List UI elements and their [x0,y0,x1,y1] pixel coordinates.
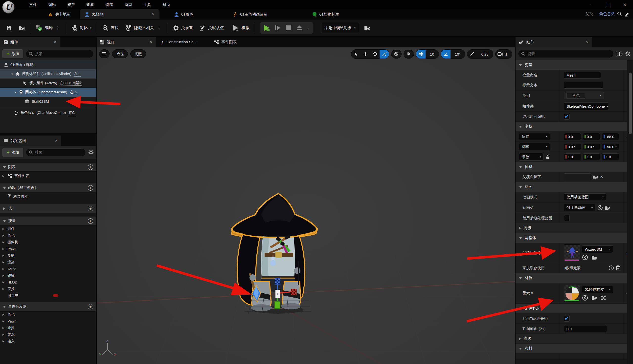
variable-group[interactable]: ▶复制 [0,252,96,259]
surface-snap-button[interactable] [403,50,414,58]
display-filter-icon[interactable] [617,52,622,56]
maximize-button[interactable]: ❐ [600,0,617,10]
variable-group[interactable]: ▶碰撞 [0,272,96,279]
tab-monster-material[interactable]: ✓x 01怪物材质 [307,10,344,19]
settings-gear-icon[interactable] [625,51,630,56]
location-y-input[interactable]: 0.0 [583,133,600,140]
parent-class-link[interactable]: 角色总类 [599,11,615,16]
section-mesh[interactable]: 网格体 [516,233,633,243]
section-cloth[interactable]: 布料 [516,344,633,354]
postprocess-checkbox[interactable] [564,215,570,221]
location-x-input[interactable]: 0.0 [564,133,581,140]
anim-class-dropdown[interactable]: 01主角动画▾ [564,204,595,212]
rotate-tool-button[interactable] [370,50,379,58]
variable-group[interactable]: ▶HLOD [0,279,96,286]
construction-script-tab[interactable]: ƒ Construction Sc... [156,36,201,48]
tree-item-staff[interactable]: Staff02SM [0,97,96,106]
browse-icon[interactable] [605,206,610,210]
use-selected-icon[interactable] [582,295,588,301]
use-selected-icon[interactable] [597,205,603,210]
variable-attacking[interactable]: 攻击中 [0,292,96,299]
variable-group[interactable]: ▶Actor [0,266,96,272]
select-tool-button[interactable] [351,50,361,58]
menu-tools[interactable]: 工具 [138,0,157,10]
location-dropdown[interactable]: 位置▾ [519,133,550,140]
rotation-snap-toggle[interactable] [441,50,451,58]
panel-close-icon[interactable]: ✕ [586,40,589,44]
variable-name-input[interactable]: Mesh [564,72,601,78]
lit-mode-button[interactable]: 光照 [130,50,146,58]
menu-help[interactable]: 帮助 [157,0,176,10]
scale-snap-toggle[interactable] [467,50,477,58]
blueprint-search-input[interactable]: 搜索 [26,148,86,156]
tree-item-charmove[interactable]: 角色移动 (CharMoveComp) 在C- [0,108,96,117]
component-class-dropdown[interactable]: SkeletalMeshCompone▾ [564,102,609,110]
play-options-dots[interactable]: ⋮ [305,23,312,33]
variable-group[interactable]: ▶摄像机 [0,239,96,246]
delete-array-icon[interactable] [616,266,620,270]
dispatcher-group[interactable]: ▶Pawn [0,318,96,324]
rotation-dropdown[interactable]: 旋转▾ [519,143,550,150]
skeletal-mesh-dropdown[interactable]: WizardSM▾ [582,246,613,253]
world-local-gizmo-button[interactable] [391,50,401,58]
dispatcher-group[interactable]: ▶角色 [0,311,96,318]
grid-snap-value[interactable]: 10 [426,50,439,58]
details-panel-tab[interactable]: 细节 ✕ [516,37,592,48]
tab-character-blueprint[interactable]: 01角色 [169,10,198,19]
dispatcher-group[interactable]: ▶游戏 [0,331,96,338]
category-macros[interactable]: 宏 + [0,204,96,213]
tick-interval-input[interactable]: 0.0 [564,325,607,332]
menu-window[interactable]: 窗口 [119,0,138,10]
category-variables[interactable]: 变量 + [0,216,96,226]
scale-z-input[interactable]: 1.0 [602,153,619,160]
category-graphs[interactable]: 图表 + [0,163,96,172]
section-variable[interactable]: 变量 [516,60,633,70]
variable-group[interactable]: ▶Pawn [0,246,96,252]
settings-gear-icon[interactable] [88,150,94,155]
section-material[interactable]: 材质 [516,273,633,283]
details-search-input[interactable]: 搜索 [518,50,614,58]
menu-view[interactable]: 查看 [81,0,100,10]
skeletal-mesh-thumbnail[interactable] [564,244,580,261]
viewport-menu-button[interactable] [99,50,110,58]
hide-unrelated-button[interactable]: 隐藏不相关 ⋮ [122,22,165,34]
simulate-button[interactable]: 模拟 [229,22,253,34]
find-button[interactable]: 查找 [99,22,122,34]
hide-unrelated-dots[interactable]: ⋮ [156,26,162,30]
panel-close-icon[interactable]: ✕ [53,40,56,44]
browse-asset-button[interactable] [15,22,28,34]
minimize-button[interactable]: – [584,0,600,10]
add-array-element-icon[interactable] [608,265,614,271]
class-defaults-button[interactable]: 类默认值 [196,22,227,34]
edit-pencil-icon[interactable] [624,12,629,16]
menu-debug[interactable]: 调试 [100,0,119,10]
browse-icon[interactable] [591,295,597,300]
add-function-icon[interactable]: + [88,185,93,191]
dispatcher-group[interactable]: ▶输入 [0,338,96,344]
section-animation[interactable]: 动画 [516,182,633,192]
grid-snap-toggle[interactable] [416,50,426,58]
add-blueprint-item-button[interactable]: + 添加 [3,148,23,157]
clear-socket-icon[interactable]: ✕ [600,174,603,180]
section-transform[interactable]: 变换 [516,122,633,132]
tree-item-capsule[interactable]: ▼ 胶囊体组件 (CollisionCylinder) 在... [0,70,96,78]
camera-speed-button[interactable]: 1 [496,50,512,58]
scale-tool-button[interactable] [379,50,389,58]
section-advanced-2[interactable]: 高级 [516,334,633,344]
class-settings-button[interactable]: 类设置 [169,22,196,34]
panel-close-icon[interactable]: ✕ [55,139,58,143]
rotation-y-input[interactable]: 0.0 ° [583,143,600,150]
material-thumbnail[interactable] [564,285,580,302]
menu-edit[interactable]: 编辑 [43,0,62,10]
parent-socket-input[interactable] [564,173,591,180]
tooltip-input[interactable] [564,82,603,89]
use-selected-icon[interactable] [582,254,588,260]
variable-group[interactable]: ▶角色 [0,232,96,239]
rotation-z-input[interactable]: -90.0 ° [602,143,619,150]
play-button[interactable] [261,23,272,33]
add-component-button[interactable]: + 添加 [3,50,23,58]
unlock-icon[interactable] [546,154,550,159]
eject-button[interactable] [294,23,305,33]
close-button[interactable]: ✕ [617,0,633,10]
anim-mode-dropdown[interactable]: 使用动画蓝图▾ [564,193,606,201]
